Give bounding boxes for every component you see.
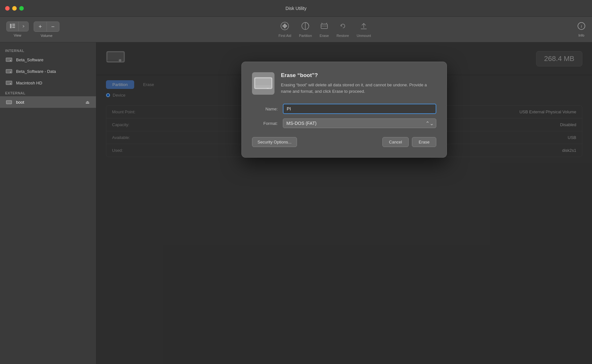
view-control: View [6,22,29,37]
sidebar: Internal Beta_Software Beta_Software - D… [0,42,96,364]
format-label: Format: [252,121,278,126]
svg-rect-1 [12,24,15,25]
view-chevron-button[interactable] [19,22,28,31]
close-button[interactable] [5,6,10,11]
internal-section-label: Internal [0,46,96,54]
confirm-buttons: Cancel Erase [382,137,436,147]
erase-icon [320,22,329,32]
partition-action[interactable]: Partition [299,22,312,38]
toolbar-actions: First Aid Partition Erase [72,22,577,38]
add-volume-button[interactable]: + [34,22,47,31]
toolbar-left: View + − Volume [6,22,59,38]
info-icon: i [577,22,586,32]
svg-rect-27 [7,101,12,103]
hdd-icon-3 [5,79,13,87]
hdd-icon [5,56,13,64]
svg-point-19 [10,60,11,61]
security-options-button[interactable]: Security Options... [252,137,297,147]
svg-point-22 [10,72,11,73]
erase-action[interactable]: Erase [320,22,329,38]
svg-text:i: i [581,24,582,29]
erase-label: Erase [320,34,329,38]
view-toggle [6,22,29,31]
svg-point-25 [10,83,11,84]
beta-software-name: Beta_Software [16,57,91,62]
svg-rect-2 [12,25,15,26]
volume-toggle: + − [34,22,59,32]
unmount-label: Unmount [357,34,371,38]
svg-rect-9 [321,24,327,29]
macintosh-hd-name: Macintosh HD [16,81,91,85]
erase-dialog: Erase “boot”? Erasing “boot” will delete… [241,62,447,158]
modal-header: Erase “boot”? Erasing “boot” will delete… [252,72,436,95]
modal-text-block: Erase “boot”? Erasing “boot” will delete… [281,72,436,95]
sidebar-item-macintosh-hd[interactable]: Macintosh HD [0,77,96,89]
name-row: Name: [252,104,436,114]
first-aid-action[interactable]: First Aid [279,22,292,38]
restore-icon [338,22,347,32]
sidebar-item-beta-software-data[interactable]: Beta_Software - Data [0,65,96,77]
usb-icon [5,98,13,106]
external-section-label: External [0,89,96,96]
main-layout: Internal Beta_Software Beta_Software - D… [0,42,592,364]
partition-icon [301,22,310,32]
name-label: Name: [252,107,278,111]
cancel-button[interactable]: Cancel [382,137,409,147]
format-row: Format: MS-DOS (FAT) ExFAT Mac OS Extend… [252,118,436,128]
view-label: View [14,33,22,37]
modal-description: Erasing “boot” will delete all data stor… [281,82,436,94]
view-sidebar-button[interactable] [7,22,19,31]
format-select-wrap: MS-DOS (FAT) ExFAT Mac OS Extended (Jour… [283,118,436,128]
svg-rect-3 [12,27,15,28]
sidebar-item-boot[interactable]: boot ⏏ [0,96,96,108]
partition-label: Partition [299,34,312,38]
remove-volume-button[interactable]: − [47,22,59,31]
eject-button[interactable]: ⏏ [84,100,91,105]
modal-buttons: Security Options... Cancel Erase [252,137,436,147]
maximize-button[interactable] [19,6,24,11]
first-aid-icon [280,22,289,32]
format-select[interactable]: MS-DOS (FAT) ExFAT Mac OS Extended (Jour… [283,118,436,128]
volume-control: + − Volume [34,22,59,38]
unmount-action[interactable]: Unmount [357,22,371,38]
beta-software-data-name: Beta_Software - Data [16,69,91,74]
window-controls [5,6,24,11]
info-action[interactable]: i Info [577,22,586,37]
info-label: Info [579,33,584,37]
svg-rect-0 [10,24,12,28]
restore-label: Restore [336,34,349,38]
unmount-icon [359,22,368,32]
volume-label: Volume [41,34,53,38]
minimize-button[interactable] [12,6,17,11]
name-input[interactable] [283,104,436,114]
first-aid-label: First Aid [279,34,292,38]
svg-rect-35 [255,85,271,88]
sidebar-item-beta-software[interactable]: Beta_Software [0,54,96,65]
toolbar: View + − Volume First Aid [0,17,592,42]
erase-confirm-button[interactable]: Erase [412,137,436,147]
titlebar: Disk Utility [0,0,592,17]
content-area: 268.4 MB Partition Erase Device Mount Po… [96,42,592,364]
hdd-icon-2 [5,67,13,75]
svg-rect-6 [283,25,287,27]
window-title: Disk Utility [285,6,306,11]
modal-form: Name: Format: MS-DOS (FAT) ExFAT Mac OS … [252,104,436,128]
modal-disk-icon [252,72,274,95]
boot-name: boot [16,100,81,105]
modal-title: Erase “boot”? [281,72,436,79]
restore-action[interactable]: Restore [336,22,349,38]
modal-overlay: Erase “boot”? Erasing “boot” will delete… [96,42,592,364]
